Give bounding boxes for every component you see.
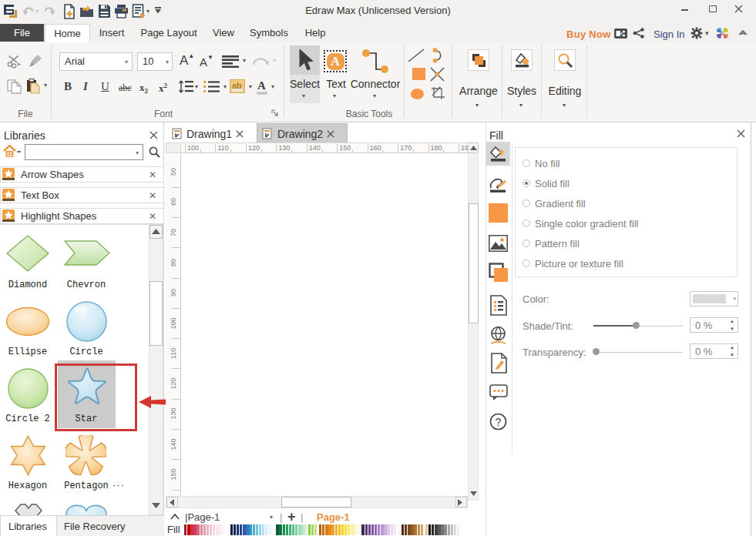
svg-text:?: ? bbox=[496, 416, 502, 428]
